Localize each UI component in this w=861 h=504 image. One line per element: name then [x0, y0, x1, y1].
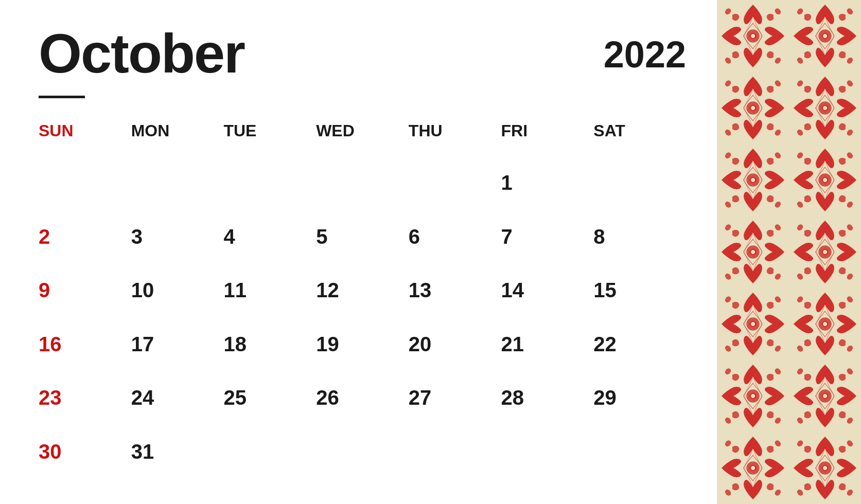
day-cell-17: 17	[131, 322, 224, 376]
day-cell-27: 27	[409, 376, 501, 429]
day-cell-31: 31	[131, 430, 224, 483]
decorative-panel	[717, 0, 861, 504]
day-header-tue: TUE	[223, 116, 316, 161]
day-cell-19: 19	[316, 322, 409, 376]
day-cell	[409, 161, 501, 214]
svg-rect-3	[717, 0, 861, 504]
day-cell-10: 10	[131, 268, 224, 322]
day-cell-25: 25	[223, 376, 316, 429]
day-cell	[131, 161, 224, 214]
day-cell-5: 5	[316, 215, 409, 268]
day-cell	[593, 161, 686, 214]
calendar-section: October 2022 SUN MON TUE WED THU FRI SAT…	[0, 0, 717, 504]
damask-pattern-svg	[717, 0, 861, 504]
day-cell-21: 21	[501, 322, 594, 376]
day-cell-15: 15	[593, 268, 686, 322]
page-container: October 2022 SUN MON TUE WED THU FRI SAT…	[0, 0, 861, 504]
day-cell-6: 6	[409, 215, 501, 268]
day-cell	[501, 430, 594, 483]
day-header-sun: SUN	[39, 116, 131, 161]
day-header-thu: THU	[409, 116, 501, 161]
day-cell-22: 22	[593, 322, 686, 376]
day-header-sat: SAT	[593, 116, 686, 161]
day-cell-18: 18	[223, 322, 316, 376]
day-cell-24: 24	[131, 376, 224, 429]
day-cell	[223, 161, 316, 214]
day-cell-14: 14	[501, 268, 594, 322]
month-title: October	[39, 26, 244, 81]
day-cell-7: 7	[501, 215, 594, 268]
day-cell-20: 20	[409, 322, 501, 376]
day-cell-16: 16	[39, 322, 131, 376]
day-cell	[316, 430, 409, 483]
header-row: October 2022	[39, 26, 686, 81]
day-cell-3: 3	[131, 215, 224, 268]
day-header-mon: MON	[131, 116, 224, 161]
day-cell	[593, 430, 686, 483]
day-cell	[223, 430, 316, 483]
day-cell-29: 29	[593, 376, 686, 429]
day-cell-9: 9	[39, 268, 131, 322]
calendar-grid: SUN MON TUE WED THU FRI SAT 1 2 3 4 5 6 …	[39, 116, 686, 483]
divider	[39, 96, 85, 98]
day-cell-26: 26	[316, 376, 409, 429]
day-header-wed: WED	[316, 116, 409, 161]
day-cell-30: 30	[39, 430, 131, 483]
day-cell	[39, 161, 131, 214]
day-cell-11: 11	[223, 268, 316, 322]
day-cell	[409, 430, 501, 483]
day-cell-8: 8	[593, 215, 686, 268]
day-cell-1: 1	[501, 161, 594, 214]
day-cell-28: 28	[501, 376, 594, 429]
day-cell-12: 12	[316, 268, 409, 322]
day-cell-13: 13	[409, 268, 501, 322]
day-header-fri: FRI	[501, 116, 594, 161]
day-cell-2: 2	[39, 215, 131, 268]
day-cell-23: 23	[39, 376, 131, 429]
day-cell-4: 4	[223, 215, 316, 268]
day-cell	[316, 161, 409, 214]
year-title: 2022	[604, 26, 686, 73]
